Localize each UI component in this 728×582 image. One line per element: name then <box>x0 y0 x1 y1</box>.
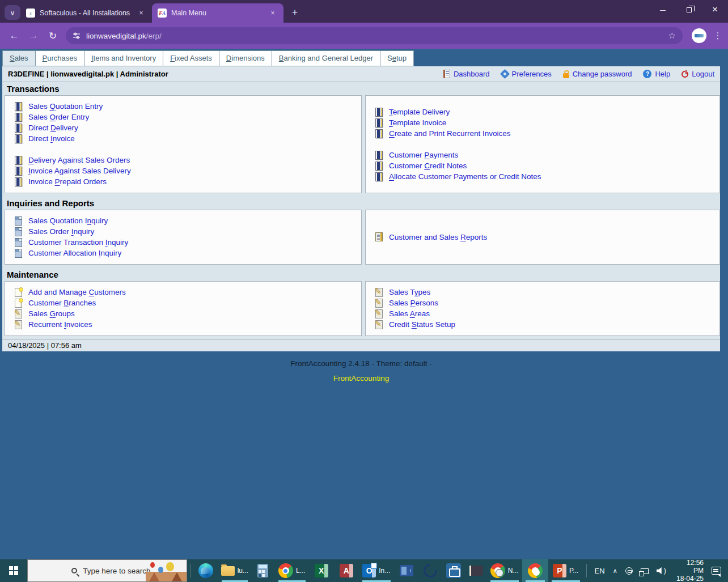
link-label[interactable]: Customer Payments <box>389 151 458 159</box>
menu-link-sales-quotation-entry[interactable]: Sales Quotation Entry <box>15 101 357 112</box>
link-label[interactable]: Create and Print Recurrent Invoices <box>389 129 511 138</box>
link-label[interactable]: Direct Invoice <box>28 134 75 143</box>
link-label[interactable]: Invoice Prepaid Orders <box>28 177 107 186</box>
taskbar-chrome-2[interactable]: N... <box>487 559 522 582</box>
taskbar-clock[interactable]: 12:56 PM 18-04-25 <box>675 559 704 582</box>
taskbar-outlook[interactable]: OIn... <box>359 559 394 582</box>
menu-link-sales-areas[interactable]: Sales Areas <box>375 308 715 319</box>
menu-link-recurrent-invoices[interactable]: Recurrent Invoices <box>15 319 357 330</box>
menu-link-customer-credit-notes[interactable]: Customer Credit Notes <box>375 160 715 171</box>
link-label[interactable]: Sales Areas <box>389 309 430 318</box>
menu-link-invoice-against-sales-delivery[interactable]: Invoice Against Sales Delivery <box>15 165 357 176</box>
menu-link-invoice-prepaid-orders[interactable]: Invoice Prepaid Orders <box>15 176 357 187</box>
tab-sales[interactable]: Sales <box>2 50 36 66</box>
link-label[interactable]: Customer Transaction Inquiry <box>28 238 128 247</box>
help-link[interactable]: ?Help <box>643 70 670 78</box>
browser-tab-main-menu[interactable]: FA Main Menu × <box>152 3 283 23</box>
taskbar-briefcase-app[interactable] <box>442 559 465 582</box>
link-label[interactable]: Customer Branches <box>28 299 96 307</box>
tray-cast-icon[interactable] <box>625 567 633 575</box>
minimize-button[interactable]: — <box>650 0 676 19</box>
menu-link-customer-sales-reports[interactable]: Customer and Sales Reports <box>375 232 487 243</box>
menu-link-sales-order-entry[interactable]: Sales Order Entry <box>15 112 357 122</box>
volume-icon[interactable]: ) <box>657 567 666 575</box>
taskbar-search[interactable]: Type here to search <box>27 559 187 582</box>
start-button[interactable] <box>0 559 27 582</box>
bookmark-star-icon[interactable]: ☆ <box>668 31 676 41</box>
link-label[interactable]: Direct Delivery <box>28 124 78 132</box>
new-tab-button[interactable]: + <box>287 5 303 20</box>
menu-link-customer-branches[interactable]: Customer Branches <box>15 298 357 308</box>
link-label[interactable]: Sales Order Inquiry <box>28 227 94 236</box>
link-label[interactable]: Customer and Sales Reports <box>389 233 487 241</box>
menu-link-customer-allocation-inquiry[interactable]: Customer Allocation Inquiry <box>15 248 357 258</box>
link-label[interactable]: Sales Persons <box>389 299 438 307</box>
close-tab-icon[interactable]: × <box>136 8 146 18</box>
back-button[interactable]: ← <box>5 26 24 45</box>
link-label[interactable]: Sales Order Entry <box>28 113 89 121</box>
network-icon[interactable] <box>641 567 649 574</box>
menu-link-credit-status-setup[interactable]: Credit Status Setup <box>375 319 715 330</box>
menu-link-direct-invoice[interactable]: Direct Invoice <box>15 133 357 144</box>
preferences-link[interactable]: Preferences <box>501 70 552 78</box>
taskbar-book-app[interactable] <box>465 559 487 582</box>
tab-banking-ledger[interactable]: Banking and General Ledger <box>272 50 380 66</box>
link-label[interactable]: Template Delivery <box>389 108 450 116</box>
link-label[interactable]: Allocate Customer Payments or Credit Not… <box>389 172 541 181</box>
menu-link-delivery-against-sales-orders[interactable]: Delivery Against Sales Orders <box>15 155 357 165</box>
link-label[interactable]: Sales Quotation Entry <box>28 102 103 111</box>
taskbar-chrome-active[interactable] <box>522 559 548 582</box>
menu-link-sales-groups[interactable]: Sales Groups <box>15 308 357 319</box>
browser-menu-button[interactable]: ⋮ <box>712 31 723 41</box>
tab-fixed-assets[interactable]: Fixed Assets <box>163 50 219 66</box>
link-label[interactable]: Template Invoice <box>389 118 446 127</box>
menu-link-sales-types[interactable]: Sales Types <box>375 287 715 298</box>
menu-link-sales-order-inquiry[interactable]: Sales Order Inquiry <box>15 226 357 237</box>
dashboard-link[interactable]: Dashboard <box>443 70 490 78</box>
tab-search-button[interactable]: ∨ <box>5 5 20 20</box>
taskbar-c-ring-app[interactable] <box>419 559 442 582</box>
change-password-link[interactable]: Change password <box>563 70 632 78</box>
forward-button[interactable]: → <box>24 26 43 45</box>
menu-link-direct-delivery[interactable]: Direct Delivery <box>15 122 357 133</box>
menu-link-customer-transaction-inquiry[interactable]: Customer Transaction Inquiry <box>15 237 357 248</box>
link-label[interactable]: Add and Manage Customers <box>28 288 126 296</box>
menu-link-sales-persons[interactable]: Sales Persons <box>375 298 715 308</box>
browser-tab-softaculous[interactable]: s Softaculous - All Installations × <box>20 3 152 23</box>
restore-button[interactable] <box>676 0 702 19</box>
link-label[interactable]: Credit Status Setup <box>389 320 455 329</box>
close-tab-icon[interactable]: × <box>268 8 278 18</box>
menu-link-template-invoice[interactable]: Template Invoice <box>375 117 715 128</box>
link-label[interactable]: Sales Groups <box>28 309 75 318</box>
link-label[interactable]: Customer Credit Notes <box>389 162 467 170</box>
link-label[interactable]: Sales Quotation Inquiry <box>28 216 108 225</box>
reload-button[interactable]: ↻ <box>43 26 62 45</box>
menu-link-customer-payments[interactable]: Customer Payments <box>375 150 715 160</box>
menu-link-allocate-customer-payments[interactable]: Allocate Customer Payments or Credit Not… <box>375 171 715 182</box>
link-label[interactable]: Customer Allocation Inquiry <box>28 249 121 257</box>
link-label[interactable]: Delivery Against Sales Orders <box>28 156 130 164</box>
link-label[interactable]: Invoice Against Sales Delivery <box>28 167 131 175</box>
tab-dimensions[interactable]: Dimensions <box>219 50 272 66</box>
address-bar[interactable]: lionwavedigital.pk /erp/ ☆ <box>66 27 683 44</box>
tab-purchases[interactable]: Purchases <box>36 50 84 66</box>
taskbar-edge[interactable] <box>193 559 218 582</box>
taskbar-chrome-1[interactable]: L... <box>275 559 309 582</box>
taskbar-folder[interactable]: lu... <box>218 559 251 582</box>
logout-link[interactable]: Logout <box>682 70 714 78</box>
tab-items-inventory[interactable]: Items and Inventory <box>84 50 163 66</box>
language-indicator[interactable]: EN <box>595 567 605 575</box>
taskbar-powerpoint[interactable]: PP... <box>548 559 583 582</box>
taskbar-excel[interactable]: X <box>309 559 334 582</box>
menu-link-create-print-recurrent-invoices[interactable]: Create and Print Recurrent Invoices <box>375 128 715 139</box>
taskbar-access[interactable]: A <box>334 559 359 582</box>
site-info-icon[interactable] <box>73 32 81 40</box>
tab-setup[interactable]: Setup <box>380 50 414 66</box>
menu-link-add-manage-customers[interactable]: Add and Manage Customers <box>15 287 357 298</box>
taskbar-app-window[interactable] <box>394 559 419 582</box>
menu-link-sales-quotation-inquiry[interactable]: Sales Quotation Inquiry <box>15 215 357 226</box>
close-window-button[interactable]: × <box>702 0 728 19</box>
profile-avatar[interactable] <box>692 28 706 43</box>
tray-expand-chevron[interactable]: ∧ <box>613 567 617 575</box>
link-label[interactable]: Recurrent Invoices <box>28 320 92 329</box>
